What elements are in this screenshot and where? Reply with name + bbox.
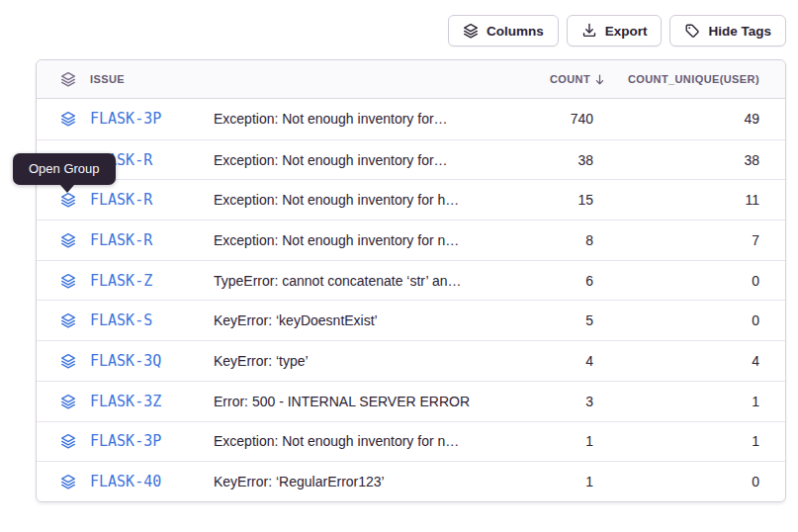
count-value: 3: [475, 394, 593, 409]
stack-icon[interactable]: [60, 312, 76, 328]
issue-title: Exception: Not enough inventory for n…: [214, 433, 475, 449]
issue-title: Error: 500 - INTERNAL SERVER ERROR: [214, 394, 475, 409]
table-row[interactable]: FLASK-3Z Error: 500 - INTERNAL SERVER ER…: [37, 381, 785, 421]
stack-icon[interactable]: [60, 111, 76, 127]
count-column-header[interactable]: COUNT: [475, 73, 606, 86]
issue-title: Exception: Not enough inventory for…: [214, 111, 475, 127]
issue-column-header-label: ISSUE: [90, 73, 125, 85]
issues-table: ISSUE COUNT COUNT_UNIQUE(USER): [36, 59, 786, 502]
count-value: 1: [475, 433, 593, 449]
issue-link[interactable]: FLASK-3Z: [90, 393, 161, 410]
table-body: FLASK-3P Exception: Not enough inventory…: [37, 99, 785, 501]
page: Columns Export Hide Tags: [0, 0, 798, 532]
count-unique-value: 1: [593, 394, 759, 409]
issue-link[interactable]: FLASK-3P: [90, 110, 161, 128]
count-unique-value: 0: [593, 273, 759, 289]
stack-icon: [463, 23, 479, 39]
issue-link[interactable]: FLASK-3P: [90, 432, 161, 450]
table-row[interactable]: FLASK-R Exception: Not enough inventory …: [37, 179, 785, 220]
count-unique-value: 11: [593, 192, 759, 208]
stack-icon[interactable]: [60, 273, 76, 289]
table-row[interactable]: FLASK-S KeyError: ‘keyDoesntExist’ 5 0: [37, 300, 785, 340]
issue-title: TypeError: cannot concatenate ‘str’ an…: [214, 273, 475, 289]
stack-icon[interactable]: [60, 433, 76, 449]
hide-tags-button-label: Hide Tags: [708, 24, 771, 39]
count-value: 15: [475, 192, 593, 208]
count-column-header-label: COUNT: [550, 73, 590, 85]
issue-link[interactable]: FLASK-Z: [90, 272, 152, 290]
open-group-tooltip: Open Group: [13, 153, 116, 185]
tag-icon: [684, 23, 700, 39]
stack-icon[interactable]: [60, 232, 76, 248]
issue-title: Exception: Not enough inventory for n…: [214, 232, 475, 248]
count-unique-value: 1: [593, 433, 759, 449]
count-value: 740: [475, 111, 593, 127]
count-unique-value: 49: [593, 111, 759, 127]
count-value: 8: [475, 232, 593, 248]
table-row[interactable]: FLASK-R Exception: Not enough inventory …: [37, 220, 785, 260]
issue-link[interactable]: FLASK-R: [90, 231, 152, 249]
stack-icon[interactable]: [60, 394, 76, 409]
columns-button[interactable]: Columns: [448, 15, 559, 46]
issue-link[interactable]: FLASK-3Q: [90, 352, 161, 370]
table-row[interactable]: FLASK-3P Exception: Not enough inventory…: [37, 99, 785, 139]
count-value: 5: [475, 312, 593, 328]
count-unique-value: 7: [593, 232, 759, 248]
issue-title: Exception: Not enough inventory for h…: [214, 192, 475, 208]
issue-link[interactable]: FLASK-R: [90, 191, 152, 209]
toolbar: Columns Export Hide Tags: [448, 15, 786, 46]
count-unique-column-header[interactable]: COUNT_UNIQUE(USER): [593, 73, 759, 85]
table-row[interactable]: FLASK-3Q KeyError: ‘type’ 4 4: [37, 340, 785, 381]
stack-icon[interactable]: [60, 353, 76, 369]
count-value: 1: [475, 474, 593, 489]
count-unique-value: 4: [593, 353, 759, 369]
table-row[interactable]: FLASK-Z TypeError: cannot concatenate ‘s…: [37, 260, 785, 301]
open-group-tooltip-label: Open Group: [29, 161, 100, 176]
issue-link[interactable]: FLASK-40: [90, 473, 161, 490]
hide-tags-button[interactable]: Hide Tags: [669, 15, 786, 46]
count-value: 4: [475, 353, 593, 369]
issue-column-header[interactable]: ISSUE: [60, 71, 214, 87]
count-unique-value: 38: [593, 152, 759, 168]
table-row[interactable]: FLASK-3P Exception: Not enough inventory…: [37, 421, 785, 462]
download-icon: [581, 23, 597, 39]
issue-link[interactable]: FLASK-S: [90, 311, 152, 329]
issue-title: KeyError: ‘keyDoesntExist’: [214, 312, 475, 328]
count-unique-value: 0: [593, 474, 759, 489]
stack-icon[interactable]: [60, 192, 76, 208]
table-row[interactable]: FLASK-40 KeyError: ‘RegularError123’ 1 0: [37, 461, 785, 501]
stack-icon: [60, 71, 76, 87]
export-button[interactable]: Export: [567, 15, 663, 46]
issue-title: KeyError: ‘RegularError123’: [214, 474, 475, 489]
issue-title: KeyError: ‘type’: [214, 353, 475, 369]
count-unique-column-header-label: COUNT_UNIQUE(USER): [628, 73, 759, 85]
table-header-row: ISSUE COUNT COUNT_UNIQUE(USER): [37, 60, 785, 99]
table-row[interactable]: FLASK-R Exception: Not enough inventory …: [37, 139, 785, 180]
issue-title: Exception: Not enough inventory for…: [214, 152, 475, 168]
count-unique-value: 0: [593, 312, 759, 328]
stack-icon[interactable]: [60, 474, 76, 489]
columns-button-label: Columns: [487, 24, 544, 39]
count-value: 6: [475, 273, 593, 289]
count-value: 38: [475, 152, 593, 168]
export-button-label: Export: [605, 24, 648, 39]
